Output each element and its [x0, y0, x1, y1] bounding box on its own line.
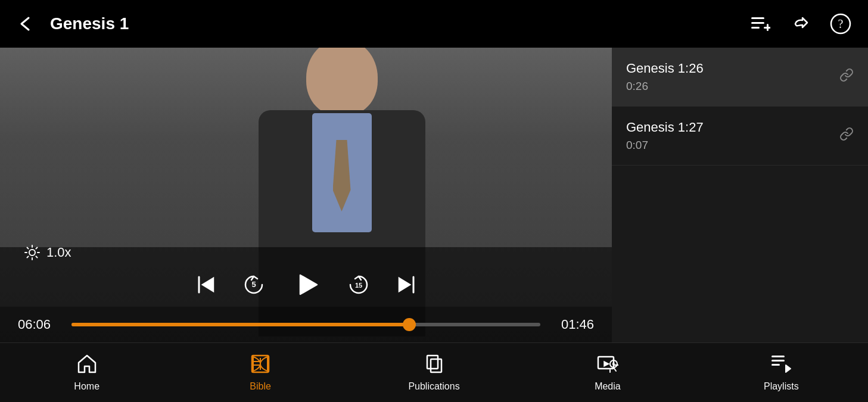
svg-point-7 — [29, 250, 35, 255]
svg-rect-14 — [431, 359, 441, 372]
help-button[interactable]: ? — [827, 11, 854, 37]
playback-controls: 5 15 — [24, 269, 588, 300]
playlist-item-duration: 0:07 — [626, 139, 839, 152]
svg-rect-0 — [751, 17, 764, 19]
progress-thumb[interactable] — [403, 318, 416, 331]
svg-rect-13 — [427, 356, 438, 369]
svg-rect-1 — [751, 22, 764, 24]
playlists-icon — [770, 353, 792, 378]
playlist-item[interactable]: Genesis 1:26 0:26 — [612, 48, 868, 107]
back-button[interactable] — [14, 13, 36, 35]
settings-icon — [24, 244, 41, 261]
playlist-item-info: Genesis 1:26 0:26 — [626, 61, 839, 93]
svg-rect-4 — [764, 27, 770, 29]
share-button[interactable] — [789, 13, 811, 35]
page-title: Genesis 1 — [50, 14, 129, 33]
svg-rect-17 — [771, 356, 785, 357]
add-to-playlist-button[interactable] — [749, 13, 773, 35]
forward-15-button[interactable]: 15 — [346, 272, 372, 298]
skip-to-start-button[interactable] — [194, 273, 217, 296]
nav-item-bible-label: Bible — [250, 381, 271, 392]
playlist-panel: Genesis 1:26 0:26 Genesis 1:27 0:07 — [612, 48, 868, 342]
nav-item-publications[interactable]: Publications — [347, 343, 521, 402]
figure-head — [306, 39, 378, 116]
playlist-item-title: Genesis 1:27 — [626, 120, 839, 135]
remaining-time: 01:46 — [552, 317, 594, 332]
playlist-item-title: Genesis 1:26 — [626, 61, 839, 76]
rewind-5-button[interactable]: 5 — [241, 272, 267, 298]
top-bar-left: Genesis 1 — [14, 13, 749, 35]
progress-bar-area: 06:06 01:46 — [0, 307, 612, 342]
nav-item-home-label: Home — [74, 381, 99, 392]
svg-rect-19 — [771, 364, 780, 366]
svg-text:15: 15 — [354, 282, 362, 289]
current-time: 06:06 — [18, 317, 60, 332]
svg-text:5: 5 — [251, 280, 256, 289]
svg-text:?: ? — [838, 17, 844, 30]
play-button[interactable] — [291, 269, 322, 300]
progress-fill — [71, 323, 409, 326]
nav-item-playlists[interactable]: Playlists — [695, 343, 868, 402]
bible-icon — [250, 353, 271, 378]
nav-item-media-label: Media — [595, 381, 621, 392]
nav-item-media[interactable]: Media — [521, 343, 694, 402]
publications-icon — [424, 353, 445, 378]
svg-rect-2 — [751, 27, 760, 29]
playlist-item-duration: 0:26 — [626, 80, 839, 93]
playlist-item-info: Genesis 1:27 0:07 — [626, 120, 839, 152]
svg-rect-18 — [771, 360, 785, 362]
speed-row: 1.0x — [24, 244, 588, 261]
nav-item-playlists-label: Playlists — [764, 381, 799, 392]
home-icon — [76, 353, 98, 378]
top-bar: Genesis 1 ? — [0, 0, 868, 48]
nav-item-bible[interactable]: Bible — [173, 343, 347, 402]
progress-bar[interactable] — [71, 323, 540, 326]
playlist-link-icon[interactable] — [839, 127, 854, 145]
top-bar-right: ? — [749, 11, 854, 37]
playlist-item[interactable]: Genesis 1:27 0:07 — [612, 107, 868, 166]
media-icon — [597, 353, 618, 378]
speed-label: 1.0x — [24, 244, 71, 261]
nav-item-publications-label: Publications — [408, 381, 459, 392]
playback-controls-area: 1.0x 5 — [0, 247, 612, 307]
bottom-nav: Home Bible Publications — [0, 342, 868, 402]
speed-value: 1.0x — [46, 245, 71, 260]
skip-to-end-button[interactable] — [396, 273, 418, 296]
nav-item-home[interactable]: Home — [0, 343, 173, 402]
playlist-link-icon[interactable] — [839, 68, 854, 86]
